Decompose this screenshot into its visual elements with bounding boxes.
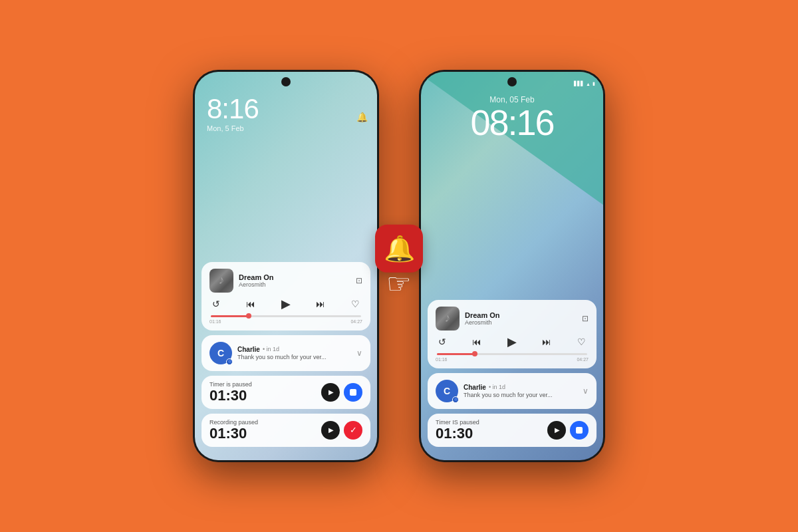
checkmark-icon-left: ✓ (350, 425, 357, 435)
clock-area-right: Mon, 05 Feb 08:16 (470, 95, 553, 140)
phone-right: ▋▋▋ ▲ ▮ Mon, 05 Feb 08:16 ♪ (419, 70, 605, 462)
status-bar-left (195, 72, 377, 92)
chevron-down-icon-right[interactable]: ∨ (583, 386, 589, 396)
play-icon-right[interactable]: ▶ (507, 334, 517, 349)
lock-bell-left: 🔔 (356, 112, 368, 122)
recording-play-icon-left: ▶ (329, 426, 334, 434)
chevron-down-icon-left[interactable]: ∨ (356, 348, 362, 358)
play-icon-left[interactable]: ▶ (281, 297, 291, 311)
recording-stop-button-left[interactable]: ✓ (344, 421, 362, 440)
progress-dot-left (246, 313, 251, 319)
next-icon-right[interactable]: ⏭ (542, 336, 551, 347)
charlie-card-right: C Charlie • in 1d Thank you so much for … (428, 373, 597, 409)
timer-card-left: Timer is paused 01:30 ▶ (201, 376, 370, 409)
music-title-left: Dream On (239, 273, 350, 281)
music-controls-right: ↺ ⏮ ▶ ⏭ ♡ (436, 334, 589, 349)
progress-bar-right (437, 353, 587, 355)
album-art-right: ♪ (436, 307, 460, 331)
progress-times-left: 01:16 04:27 (209, 319, 362, 324)
status-icons-right: ▋▋▋ ▲ ▮ (574, 81, 595, 86)
repeat-icon-right[interactable]: ↺ (438, 336, 446, 347)
recording-play-button-left[interactable]: ▶ (321, 421, 340, 440)
timer-stop-button-right[interactable] (570, 421, 589, 440)
notifications-right: ♪ Dream On Aerosmith ⊡ ↺ ⏮ ▶ ⏭ (428, 300, 597, 447)
timer-card-right: Timer IS paused 01:30 ▶ (428, 414, 597, 447)
charlie-msg-left: Thank you so much for your ver... (237, 354, 351, 360)
charlie-avatar-dot-left (226, 358, 233, 365)
music-info-left: Dream On Aerosmith (239, 273, 350, 288)
timer-play-icon-right: ▶ (555, 426, 560, 434)
music-artist-left: Aerosmith (239, 281, 350, 288)
clock-date-left: Mon, 5 Feb (207, 124, 259, 132)
timer-actions-right: ▶ (547, 421, 589, 440)
charlie-card-left: C Charlie • in 1d Thank you so much for … (201, 335, 370, 371)
music-info-right: Dream On Aerosmith (465, 311, 577, 326)
timer-play-button-right[interactable]: ▶ (547, 421, 566, 440)
timer-stop-button-left[interactable] (344, 383, 362, 402)
timer-info-left: Timer is paused 01:30 (209, 381, 321, 404)
prev-icon-left[interactable]: ⏮ (246, 299, 255, 309)
recording-value-left: 01:30 (209, 426, 321, 442)
clock-area-left: 8:16 Mon, 5 Feb (207, 95, 259, 132)
clock-time-left: 8:16 (207, 95, 259, 123)
recording-actions-left: ▶ ✓ (321, 421, 362, 440)
charlie-info-right: Charlie • in 1d Thank you so much for yo… (464, 384, 577, 398)
recording-info-left: Recording paused 01:30 (209, 419, 321, 442)
bell-button[interactable]: 🔔 (375, 225, 423, 273)
prog-time-start-right: 01:16 (436, 357, 448, 362)
signal-icon-right: ▋▋▋ (574, 81, 584, 86)
charlie-info-left: Charlie • in 1d Thank you so much for yo… (237, 346, 351, 360)
phone-left: 8:16 Mon, 5 Feb 🔔 ♪ Dream (193, 70, 379, 462)
music-controls-left: ↺ ⏮ ▶ ⏭ ♡ (209, 297, 362, 311)
prog-time-end-left: 04:27 (350, 319, 362, 324)
music-title-right: Dream On (465, 311, 577, 319)
music-card-right: ♪ Dream On Aerosmith ⊡ ↺ ⏮ ▶ ⏭ (428, 300, 597, 368)
progress-fill-left (211, 315, 249, 317)
charlie-name-left: Charlie (237, 346, 260, 353)
heart-icon-left[interactable]: ♡ (351, 299, 360, 309)
timer-info-right: Timer IS paused 01:30 (436, 419, 547, 442)
notifications-left: ♪ Dream On Aerosmith ⊡ ↺ ⏮ ▶ ⏭ (201, 262, 370, 447)
timer-stop-icon-left (350, 389, 356, 396)
timer-play-button-left[interactable]: ▶ (321, 383, 340, 402)
charlie-avatar-left: C (209, 342, 232, 364)
music-artist-right: Aerosmith (465, 319, 577, 326)
timer-play-icon-left: ▶ (329, 388, 334, 396)
wifi-icon-right: ▲ (586, 82, 591, 86)
progress-bar-left (211, 315, 361, 317)
charlie-avatar-right: C (436, 380, 458, 402)
timer-value-left: 01:30 (209, 388, 321, 404)
charlie-avatar-dot-right (452, 396, 459, 403)
prog-time-end-right: 04:27 (577, 357, 589, 362)
heart-icon-right[interactable]: ♡ (577, 336, 586, 347)
timer-actions-left: ▶ (321, 383, 362, 402)
recording-card-left: Recording paused 01:30 ▶ ✓ (201, 414, 370, 447)
bell-icon: 🔔 (384, 234, 415, 263)
cast-icon-right[interactable]: ⊡ (582, 314, 589, 323)
charlie-msg-right: Thank you so much for your ver... (464, 392, 577, 398)
battery-icon-right: ▮ (593, 81, 595, 86)
prog-time-start-left: 01:16 (209, 319, 221, 324)
status-bar-right: ▋▋▋ ▲ ▮ (421, 72, 603, 92)
progress-fill-right (437, 353, 475, 355)
charlie-time-left: • in 1d (263, 346, 279, 352)
charlie-time-right: • in 1d (489, 384, 505, 390)
clock-time-right: 08:16 (470, 104, 553, 140)
timer-stop-icon-right (576, 427, 583, 434)
cast-icon-left[interactable]: ⊡ (356, 276, 362, 285)
album-art-left: ♪ (209, 269, 233, 293)
music-card-left: ♪ Dream On Aerosmith ⊡ ↺ ⏮ ▶ ⏭ (201, 262, 370, 331)
repeat-icon-left[interactable]: ↺ (212, 299, 220, 309)
prev-icon-right[interactable]: ⏮ (472, 336, 481, 347)
charlie-name-right: Charlie (464, 384, 486, 391)
center-bell-area: 🔔 ☞ (375, 225, 423, 300)
timer-value-right: 01:30 (436, 426, 547, 442)
next-icon-left[interactable]: ⏭ (316, 299, 325, 309)
progress-dot-right (472, 351, 477, 356)
progress-times-right: 01:16 04:27 (436, 357, 589, 362)
hand-cursor-icon: ☞ (386, 267, 412, 300)
